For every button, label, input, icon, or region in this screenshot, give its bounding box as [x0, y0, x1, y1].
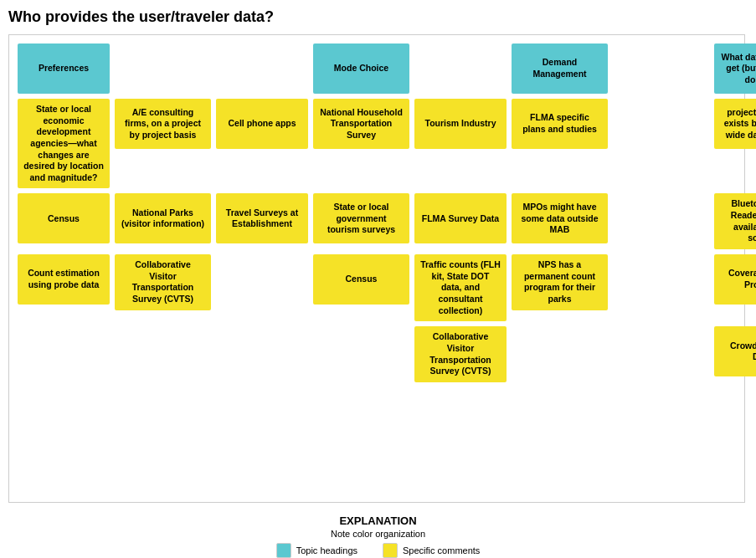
card-c11: Cell phone apps: [216, 99, 308, 149]
card-c30: NPS has a permanent count program for th…: [512, 254, 608, 310]
card-c15: [613, 99, 709, 149]
card-c31: [613, 254, 709, 305]
card-c39: [613, 326, 709, 376]
card-c21: FLMA Survey Data: [414, 193, 507, 243]
card-c38: [512, 326, 608, 376]
card-c13: Tourism Industry: [414, 99, 507, 149]
card-c12: National Household Transportation Survey: [313, 99, 409, 149]
card-c37: Collaborative Visitor Transportation Sur…: [414, 326, 507, 382]
card-c10: A/E consulting firms, on a project by pr…: [115, 99, 211, 149]
card-c26: Collaborative Visitor Transportation Sur…: [115, 254, 211, 310]
card-grid: PreferencesMode ChoiceDemand ManagementW…: [18, 44, 736, 382]
card-c5: [414, 44, 507, 94]
legend-subtitle: Note color organization: [331, 529, 425, 539]
card-c23: [613, 193, 709, 243]
card-c3: [216, 44, 308, 94]
card-c32: Coverage Count Program: [714, 254, 756, 305]
card-c2: [115, 44, 211, 94]
card-c14: FLMA specific plans and studies: [512, 99, 608, 149]
card-c34: [115, 326, 211, 376]
card-c40: Crowdsourcing Data: [714, 326, 756, 376]
card-c18: National Parks (visitor information): [115, 193, 211, 243]
card-c33: [18, 326, 110, 376]
card-c27: [216, 254, 308, 305]
card-c20: State or local government tourism survey…: [313, 193, 409, 243]
main-container: Who provides the user/traveler data? Pre…: [0, 0, 756, 558]
card-c8: What data could we get (but currently do…: [714, 44, 756, 94]
card-c6: Demand Management: [512, 44, 608, 94]
card-c28: Census: [313, 254, 409, 305]
legend-label-0: Topic headings: [296, 545, 357, 555]
legend-item-1: Specific comments: [383, 543, 480, 558]
card-c9: State or local economic development agen…: [18, 99, 110, 188]
card-c24: Bluetooth/WiFi Readers are an available …: [714, 193, 756, 249]
chart-title: Who provides the user/traveler data?: [8, 8, 748, 26]
card-c36: [313, 326, 409, 376]
card-c25: Count estimation using probe data: [18, 254, 110, 305]
card-c7: [613, 44, 709, 94]
legend-swatch-1: [383, 543, 398, 558]
card-c35: [216, 326, 308, 376]
legend-item-0: Topic headings: [276, 543, 357, 558]
card-c22: MPOs might have some data outside MAB: [512, 193, 608, 243]
legend-items: Topic headingsSpecific comments: [276, 543, 481, 558]
card-c19: Travel Surveys at Establishment: [216, 193, 308, 243]
legend-area: EXPLANATION Note color organization Topi…: [8, 514, 748, 558]
legend-swatch-0: [276, 543, 291, 558]
card-c29: Traffic counts (FLH kit, State DOT data,…: [414, 254, 507, 321]
card-c1: Preferences: [18, 44, 110, 94]
legend-label-1: Specific comments: [403, 545, 480, 555]
card-c17: Census: [18, 193, 110, 243]
diagram-area: PreferencesMode ChoiceDemand ManagementW…: [8, 34, 745, 503]
legend-title: EXPLANATION: [339, 514, 416, 527]
card-c16: project/DOT data exists but system-wide …: [714, 99, 756, 149]
card-c4: Mode Choice: [313, 44, 409, 94]
